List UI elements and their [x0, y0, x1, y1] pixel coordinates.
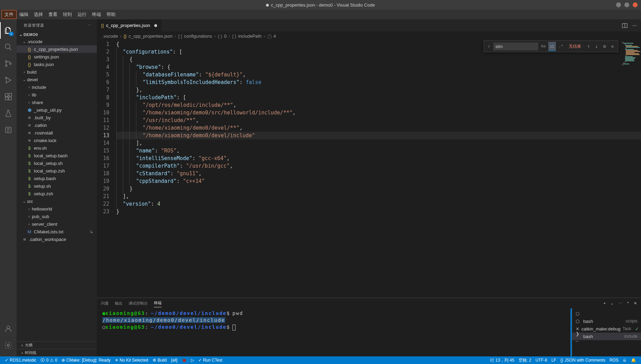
status-line-col[interactable]: 行 13，列 45	[488, 357, 516, 363]
folder-build[interactable]: ›build	[17, 68, 97, 76]
timeline-section[interactable]: ›时间线	[17, 349, 97, 356]
file-catkin[interactable]: ≡.catkin	[17, 121, 97, 129]
terminal-item[interactable]: ⬡	[572, 310, 641, 317]
breadcrumb-item[interactable]: c_cpp_properties.json	[129, 34, 173, 39]
folder-pub-sub[interactable]: ›pub_sub	[17, 213, 97, 220]
project-header[interactable]: ⌄ DEMO0	[17, 31, 97, 38]
find-selection-icon[interactable]: ≡	[601, 42, 608, 51]
expand-replace-icon[interactable]: ›	[486, 43, 492, 50]
file-tasks[interactable]: {}tasks.json	[17, 60, 97, 68]
output-tab[interactable]: 输出	[115, 299, 122, 307]
find-close-icon[interactable]: ✕	[609, 42, 616, 51]
status-lang[interactable]: {}JSON with Comments	[558, 357, 607, 363]
tab-ccpp-properties[interactable]: {} c_cpp_properties.json	[97, 19, 161, 31]
file-settings[interactable]: {}settings.json	[17, 53, 97, 60]
file-catkin-workspace[interactable]: ≡.catkin_workspace	[17, 235, 97, 243]
terminal-content[interactable]: ●xiaoming@G3: ~/demo0/devel/include$ pwd…	[97, 308, 570, 356]
status-ctest[interactable]: ✓Run CTest	[196, 358, 225, 363]
terminal-dropdown-icon[interactable]: ⌄	[611, 301, 614, 306]
terminal-more-icon[interactable]: ⋯	[619, 301, 622, 306]
status-target[interactable]: [all]	[169, 358, 180, 363]
extensions-icon[interactable]	[0, 88, 17, 105]
status-problems[interactable]: ⓧ0⚠0	[38, 357, 59, 363]
find-prev-icon[interactable]: ↑	[585, 42, 592, 51]
more-actions-icon[interactable]: ⋯	[632, 23, 637, 28]
menu-view[interactable]: 查看	[46, 10, 60, 19]
ros-icon[interactable]	[0, 122, 17, 138]
status-feedback-icon[interactable]: 🕭	[621, 357, 629, 363]
code-editor[interactable]: 1234567891011121314151617181920212223 { …	[97, 40, 641, 298]
status-notification-icon[interactable]: 🔔	[629, 357, 638, 363]
breadcrumb-item[interactable]: 0	[224, 34, 227, 39]
maximize-button[interactable]	[624, 2, 629, 7]
split-editor-icon[interactable]	[622, 23, 628, 28]
menu-run[interactable]: 运行	[75, 10, 89, 19]
terminal-item-bash-include[interactable]: ❯_bashinclude	[572, 333, 641, 340]
regex-button[interactable]: .*	[557, 42, 565, 51]
folder-lib[interactable]: ›lib	[17, 91, 97, 99]
accounts-icon[interactable]	[0, 320, 17, 337]
file-env-sh[interactable]: $env.sh	[17, 144, 97, 152]
folder-src[interactable]: ⌄src	[17, 197, 97, 205]
status-build[interactable]: ⚙Build	[150, 358, 169, 363]
status-cmake[interactable]: ⊕CMake: [Debug]: Ready	[59, 358, 113, 363]
outline-section[interactable]: ›大纲	[17, 341, 97, 349]
minimap[interactable]	[620, 40, 641, 82]
status-kit[interactable]: ✕No Kit Selected	[113, 358, 150, 363]
problems-tab[interactable]: 问题	[101, 299, 109, 307]
menu-file[interactable]: 文件	[1, 10, 17, 19]
source-control-icon[interactable]	[0, 55, 17, 72]
status-spaces[interactable]: 空格: 2	[516, 357, 533, 363]
close-window-button[interactable]	[633, 2, 638, 7]
new-terminal-icon[interactable]: +	[603, 301, 605, 306]
file-local-setup-sh[interactable]: $local_setup.sh	[17, 159, 97, 167]
file-built-by[interactable]: ≡.built_by	[17, 114, 97, 121]
breadcrumb-item[interactable]: .vscode	[102, 34, 118, 39]
code-content[interactable]: { "configurations": [ { "browse": { "dat…	[116, 40, 641, 298]
folder-devel[interactable]: ⌄devel	[17, 76, 97, 83]
terminal-item-catkin[interactable]: ✕catkin_make:debugTask✓	[572, 325, 641, 333]
find-next-icon[interactable]: ↓	[593, 42, 600, 51]
menu-edit[interactable]: 编辑	[17, 10, 31, 19]
folder-share[interactable]: ›share	[17, 99, 97, 106]
menu-terminal[interactable]: 终端	[89, 10, 104, 19]
file-setup-util[interactable]: ⬢_setup_util.py	[17, 106, 97, 114]
sidebar-more-icon[interactable]: ⋯	[88, 23, 91, 28]
file-cmake-lock[interactable]: ≡cmake.lock	[17, 137, 97, 144]
file-local-setup-bash[interactable]: $local_setup.bash	[17, 152, 97, 159]
file-setup-sh[interactable]: $setup.sh	[17, 182, 97, 190]
breadcrumb-item[interactable]: 4	[274, 34, 276, 39]
file-rosinstall[interactable]: ≡.rosinstall	[17, 129, 97, 137]
folder-helloworld[interactable]: ›helloworld	[17, 205, 97, 213]
find-input[interactable]	[493, 43, 538, 50]
minimize-button[interactable]	[616, 2, 621, 7]
status-encoding[interactable]: UTF-8	[533, 357, 549, 363]
file-cmakelists[interactable]: MCMakeLists.txt↳	[17, 228, 97, 235]
status-ros-right[interactable]: ROS	[607, 357, 621, 363]
status-ros[interactable]: ✓ROS1.melodic	[3, 358, 38, 363]
match-word-button[interactable]: ab	[548, 42, 556, 51]
terminal-item-bash-scripts[interactable]: ⬡bashscripts	[572, 317, 641, 325]
folder-server-client[interactable]: ›server_client	[17, 220, 97, 228]
status-run[interactable]: ▷	[189, 358, 196, 363]
breadcrumb-item[interactable]: configurations	[184, 34, 212, 39]
testing-icon[interactable]	[0, 105, 17, 122]
folder-vscode[interactable]: ⌄.vscode	[17, 38, 97, 45]
terminal-close-icon[interactable]: ✕	[634, 301, 637, 306]
menu-go[interactable]: 转到	[60, 10, 75, 19]
breadcrumbs[interactable]: .vscode › {} c_cpp_properties.json › [ ]…	[97, 31, 641, 40]
status-debug[interactable]: 🐞	[180, 358, 189, 363]
status-eol[interactable]: LF	[549, 357, 558, 363]
file-local-setup-zsh[interactable]: $local_setup.zsh	[17, 167, 97, 175]
run-debug-icon[interactable]	[0, 72, 17, 88]
menu-selection[interactable]: 选择	[31, 10, 46, 19]
file-setup-bash[interactable]: $setup.bash	[17, 175, 97, 182]
match-case-button[interactable]: Aa	[540, 42, 547, 51]
menu-help[interactable]: 帮助	[104, 10, 118, 19]
debug-console-tab[interactable]: 调试控制台	[129, 299, 148, 307]
terminal-tab[interactable]: 终端	[154, 299, 162, 307]
folder-include[interactable]: ›include	[17, 83, 97, 91]
settings-gear-icon[interactable]	[0, 337, 17, 354]
file-setup-zsh[interactable]: $setup.zsh	[17, 190, 97, 197]
terminal-maximize-icon[interactable]: ^	[627, 301, 629, 306]
